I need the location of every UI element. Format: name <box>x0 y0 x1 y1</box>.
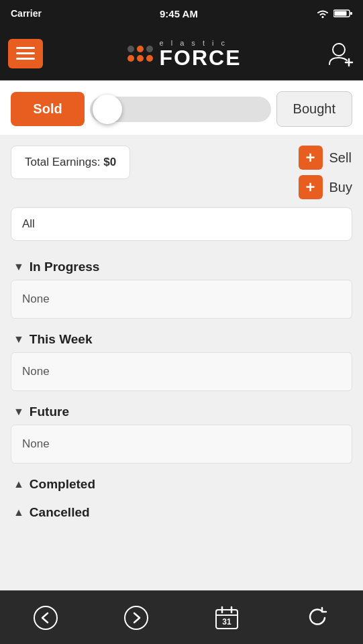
chevron-completed: ▲ <box>13 478 24 490</box>
section-completed-title: Completed <box>30 477 95 492</box>
earnings-label: Total Earnings: <box>25 156 100 168</box>
sell-button[interactable]: + Sell <box>299 146 352 170</box>
nav-bar: e l a s t i c FORCE <box>0 27 363 80</box>
buy-button[interactable]: + Buy <box>299 175 352 199</box>
section-future-title: Future <box>30 405 69 419</box>
tab-bar: 31 <box>0 590 363 644</box>
in-progress-none: None <box>22 292 50 305</box>
toggle-track[interactable] <box>90 97 271 122</box>
this-week-none: None <box>22 365 50 378</box>
section-this-week-content: None <box>11 352 352 391</box>
refresh-button[interactable] <box>294 598 341 638</box>
logo-dot <box>127 46 134 52</box>
logo-dot <box>146 46 153 52</box>
menu-line <box>16 47 35 49</box>
chevron-future: ▼ <box>13 406 24 418</box>
svg-point-7 <box>34 606 57 629</box>
toggle-control: Sold Bought <box>0 80 363 135</box>
back-button[interactable] <box>22 598 69 638</box>
section-cancelled-header[interactable]: ▲ Cancelled <box>11 497 352 525</box>
chevron-cancelled: ▲ <box>13 506 24 519</box>
section-this-week-title: This Week <box>30 332 93 347</box>
status-icons <box>316 9 352 18</box>
section-in-progress-title: In Progress <box>30 260 100 274</box>
filter-box[interactable]: All <box>11 207 352 241</box>
forward-icon <box>123 605 149 631</box>
back-icon <box>33 605 58 631</box>
section-in-progress-content: None <box>11 280 352 319</box>
chevron-in-progress: ▼ <box>13 261 24 273</box>
section-completed-header[interactable]: ▲ Completed <box>11 469 352 497</box>
logo-dot <box>146 55 153 62</box>
menu-button[interactable] <box>8 39 43 68</box>
chevron-this-week: ▼ <box>13 333 24 345</box>
bought-button[interactable]: Bought <box>276 91 352 127</box>
logo-text: e l a s t i c FORCE <box>160 39 242 68</box>
logo-dot <box>137 55 144 62</box>
wifi-icon <box>316 9 329 18</box>
section-in-progress-header[interactable]: ▼ In Progress <box>11 252 352 280</box>
earnings-box: Total Earnings: $0 <box>11 146 130 179</box>
svg-point-4 <box>333 44 345 56</box>
menu-line <box>16 58 35 60</box>
battery-icon <box>333 9 352 18</box>
logo-dots <box>127 46 153 62</box>
section-future-content: None <box>11 425 352 464</box>
future-none: None <box>22 437 50 450</box>
menu-line <box>16 52 35 54</box>
action-buttons: + Sell + Buy <box>299 146 352 199</box>
svg-rect-2 <box>334 11 346 16</box>
svg-point-8 <box>125 606 148 629</box>
forward-button[interactable] <box>113 598 160 638</box>
sell-icon: + <box>299 146 323 170</box>
section-future-header[interactable]: ▼ Future <box>11 396 352 425</box>
time-text: 9:45 AM <box>160 8 198 19</box>
section-this-week-header[interactable]: ▼ This Week <box>11 324 352 352</box>
logo-dot <box>137 46 144 52</box>
sell-label: Sell <box>329 150 352 166</box>
main-content: Total Earnings: $0 + Sell + Buy All ▼ In… <box>0 135 363 536</box>
calendar-icon: 31 <box>213 604 240 631</box>
toggle-thumb <box>93 95 122 124</box>
svg-text:31: 31 <box>222 617 231 627</box>
add-user-icon <box>325 39 355 68</box>
status-bar: Carrier 9:45 AM <box>0 0 363 27</box>
section-cancelled-title: Cancelled <box>30 505 90 520</box>
user-plus-icon <box>327 40 354 67</box>
buy-label: Buy <box>329 180 352 195</box>
logo-area: e l a s t i c FORCE <box>127 39 242 68</box>
earnings-amount: $0 <box>103 156 116 168</box>
earnings-row: Total Earnings: $0 + Sell + Buy <box>11 146 352 199</box>
sold-button[interactable]: Sold <box>11 92 85 126</box>
svg-rect-3 <box>350 12 352 15</box>
buy-icon: + <box>299 175 323 199</box>
carrier-text: Carrier <box>11 8 42 19</box>
refresh-icon <box>305 605 330 631</box>
svg-point-0 <box>321 16 323 18</box>
filter-value: All <box>22 217 35 230</box>
logo-force: FORCE <box>160 47 242 68</box>
logo-dot <box>127 55 134 62</box>
add-user-button[interactable] <box>325 39 355 68</box>
calendar-button[interactable]: 31 <box>203 598 250 638</box>
